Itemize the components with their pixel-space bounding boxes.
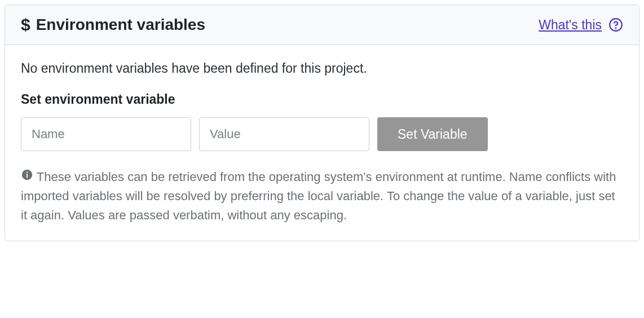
svg-point-4 [27, 171, 28, 173]
env-vars-panel: $ Environment variables What's this No e… [5, 5, 639, 241]
panel-title: Environment variables [36, 16, 205, 34]
help-text-content: These variables can be retrieved from th… [21, 166, 623, 225]
info-icon [21, 169, 33, 181]
value-input[interactable] [199, 117, 369, 151]
name-input[interactable] [21, 117, 191, 151]
set-variable-button[interactable]: Set Variable [377, 117, 488, 151]
help-text-body: These variables can be retrieved from th… [21, 170, 616, 222]
form-heading: Set environment variable [21, 92, 623, 107]
panel-body: No environment variables have been defin… [5, 45, 639, 241]
whats-this-link[interactable]: What's this [539, 17, 602, 33]
form-row: Set Variable [21, 117, 623, 151]
panel-header-left: $ Environment variables [21, 15, 205, 34]
panel-header: $ Environment variables What's this [5, 5, 639, 45]
dollar-icon: $ [21, 15, 30, 34]
panel-header-right: What's this [539, 17, 623, 33]
svg-point-1 [615, 28, 616, 28]
svg-rect-3 [27, 174, 28, 178]
empty-state-message: No environment variables have been defin… [21, 61, 623, 76]
help-circle-icon[interactable] [608, 17, 623, 32]
help-text: These variables can be retrieved from th… [21, 166, 623, 225]
